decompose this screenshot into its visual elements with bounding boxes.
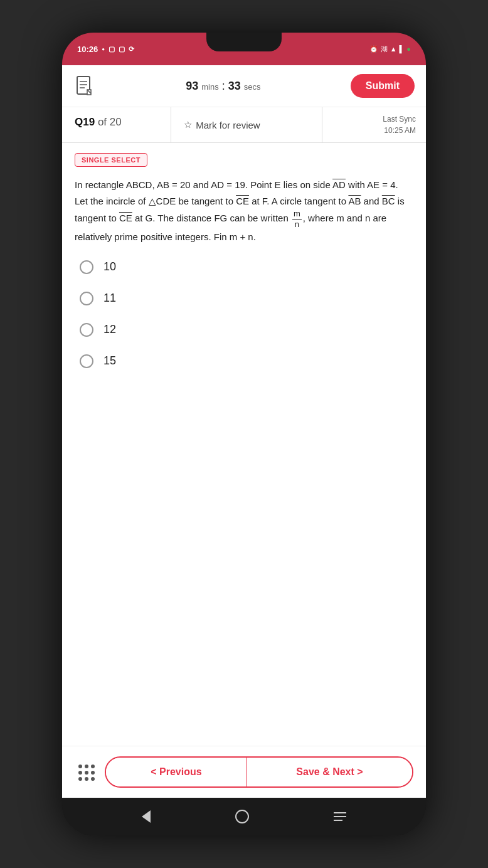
mark-review-label: Mark for review xyxy=(196,120,260,130)
q-number: 19 xyxy=(83,116,95,128)
option-10[interactable]: 10 xyxy=(80,260,408,274)
options-list: 10 11 12 15 xyxy=(75,260,413,368)
bottom-nav: < Previous Save & Next > xyxy=(62,746,426,798)
recents-button[interactable] xyxy=(334,812,346,821)
timer-secs-label: secs xyxy=(244,82,261,92)
radio-10[interactable] xyxy=(80,260,93,274)
option-12[interactable]: 12 xyxy=(80,323,408,337)
reload-icon: ⟳ xyxy=(129,45,134,53)
status-bar: 10:26 ● ▢ ▢ ⟳ ⏰ 湖 ▲ ▌ ● xyxy=(62,33,426,65)
option-11-label: 11 xyxy=(103,292,116,305)
last-sync-time: 10:25 AM xyxy=(332,125,416,136)
timer-display: 93 mins : 33 secs xyxy=(186,80,260,93)
status-right: ⏰ 湖 ▲ ▌ ● xyxy=(369,45,411,54)
signal-icon: 湖 xyxy=(381,45,388,54)
time-display: 10:26 xyxy=(77,45,98,54)
fraction: mn xyxy=(292,209,302,229)
app-header: 93 mins : 33 secs Submit xyxy=(62,65,426,107)
phone-bottom-bar xyxy=(62,798,426,835)
fraction-denominator: n xyxy=(294,220,300,230)
dot-icon: ● xyxy=(102,46,105,52)
alarm-icon: ⏰ xyxy=(369,45,378,53)
q-prefix: Q xyxy=(75,116,83,128)
ad-overline: AD xyxy=(332,179,346,190)
radio-12[interactable] xyxy=(80,323,93,337)
timer-secs: 33 xyxy=(228,80,241,92)
timer-colon: : xyxy=(222,80,228,92)
last-sync: Last Sync 10:25 AM xyxy=(322,107,426,142)
mark-review-button[interactable]: ☆ Mark for review xyxy=(171,107,322,142)
phone-screen: 93 mins : 33 secs Submit Q19 of 20 ☆ Mar… xyxy=(62,65,426,798)
ce-overline2: CE xyxy=(119,213,132,223)
previous-button[interactable]: < Previous xyxy=(106,758,247,786)
ce-overline1: CE xyxy=(236,196,249,206)
home-button[interactable] xyxy=(235,810,249,823)
content-area: SINGLE SELECT In rectangle ABCD, AB = 20… xyxy=(62,143,426,746)
question-text: In rectangle ABCD, AB = 20 and AD = 19. … xyxy=(75,177,413,245)
timer-mins-label: mins xyxy=(201,82,218,92)
option-12-label: 12 xyxy=(103,323,116,336)
option-11[interactable]: 11 xyxy=(80,292,408,305)
q-text-4: and xyxy=(361,196,381,206)
question-meta: Q19 of 20 ☆ Mark for review Last Sync 10… xyxy=(62,107,426,143)
back-button[interactable] xyxy=(142,810,151,823)
timer-mins: 93 xyxy=(186,80,198,92)
option-15-label: 15 xyxy=(103,354,116,368)
status-left: 10:26 ● ▢ ▢ ⟳ xyxy=(77,45,134,54)
q-text-3: at F. A circle tangent to xyxy=(249,196,348,206)
last-sync-label: Last Sync xyxy=(332,114,416,125)
green-dot: ● xyxy=(406,45,411,53)
fraction-numerator: m xyxy=(292,209,302,220)
radio-11[interactable] xyxy=(80,292,93,305)
battery-icon: ▌ xyxy=(400,45,405,53)
square-icon2: ▢ xyxy=(119,45,125,53)
q-text-1: In rectangle ABCD, AB = 20 and AD = 19. … xyxy=(75,179,332,190)
doc-icon xyxy=(73,75,96,97)
option-15[interactable]: 15 xyxy=(80,354,408,368)
grid-menu-icon[interactable] xyxy=(75,761,97,783)
ab-overline: AB xyxy=(348,196,361,206)
nav-buttons: < Previous Save & Next > xyxy=(105,756,413,788)
phone-frame: 10:26 ● ▢ ▢ ⟳ ⏰ 湖 ▲ ▌ ● xyxy=(62,33,426,835)
square-icon1: ▢ xyxy=(109,45,115,53)
radio-15[interactable] xyxy=(80,354,93,368)
submit-button[interactable]: Submit xyxy=(351,74,415,98)
wifi-icon: ▲ xyxy=(390,45,397,53)
option-10-label: 10 xyxy=(103,260,116,273)
question-number: Q19 of 20 xyxy=(62,107,171,142)
q-of: of 20 xyxy=(98,116,122,128)
notch xyxy=(206,33,282,51)
q-text-6: at G. The distance FG can be written xyxy=(132,213,291,223)
star-icon: ☆ xyxy=(184,119,192,130)
single-select-badge: SINGLE SELECT xyxy=(75,153,147,167)
bc-overline: BC xyxy=(382,196,395,206)
save-next-button[interactable]: Save & Next > xyxy=(247,758,412,786)
